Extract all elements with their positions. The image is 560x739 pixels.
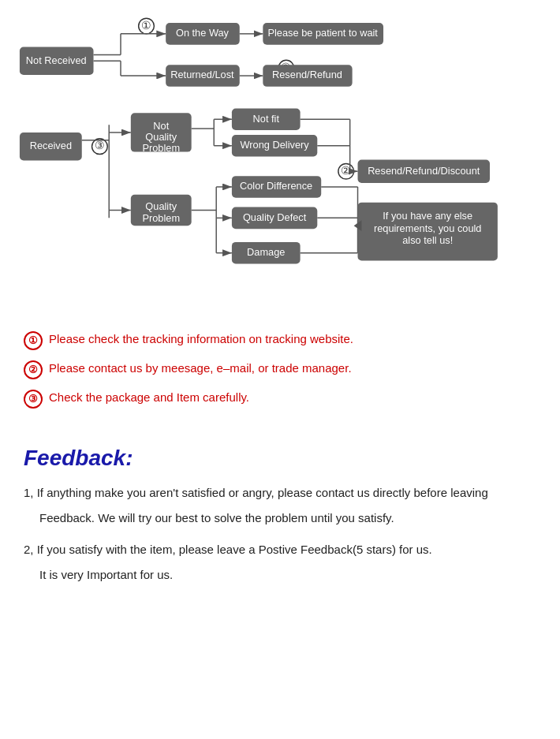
legend-section: ① Please check the tracking information … bbox=[16, 327, 544, 430]
svg-text:Problem: Problem bbox=[142, 212, 180, 224]
legend-item-2: ② Please contact us by meesage, e–mail, … bbox=[24, 360, 536, 379]
not-fit-label: Not fit bbox=[253, 113, 280, 125]
feedback-item-2-main: 2, If you satisfy with the item, please … bbox=[24, 540, 536, 559]
color-difference-label: Color Difference bbox=[240, 180, 312, 192]
received-label: Received bbox=[30, 140, 72, 151]
not-received-label: Not Received bbox=[26, 54, 87, 66]
flowchart-svg: .node-box { fill: #808080; rx: 6; ry: 6;… bbox=[16, 8, 544, 308]
legend-text-2: Please contact us by meesage, e–mail, or… bbox=[49, 360, 352, 376]
svg-text:also tell us!: also tell us! bbox=[402, 234, 453, 246]
feedback-item-1-main: 1, If anything make you aren't satisfied… bbox=[24, 483, 536, 502]
flowchart-container: .node-box { fill: #808080; rx: 6; ry: 6;… bbox=[16, 8, 544, 311]
legend-text-3: Check the package and Item carefully. bbox=[49, 389, 249, 405]
resend-refund-top-label: Resend/Refund bbox=[272, 69, 342, 80]
quality-defect-label: Quality Defect bbox=[243, 211, 307, 223]
legend-item-1: ① Please check the tracking information … bbox=[24, 330, 536, 350]
legend-circle-2: ② bbox=[24, 360, 43, 379]
svg-text:Problem: Problem bbox=[142, 142, 180, 154]
feedback-item-1-indent: Feedback. We will try our best to solve … bbox=[39, 509, 536, 528]
legend-circle-3: ③ bbox=[24, 390, 43, 409]
svg-text:Quality: Quality bbox=[145, 200, 177, 212]
legend-circle-1: ① bbox=[24, 331, 43, 350]
feedback-item-2-indent: It is very Important for us. bbox=[39, 565, 536, 584]
svg-text:requirements, you could: requirements, you could bbox=[374, 222, 482, 234]
resend-refund-discount-label: Resend/Refund/Discount bbox=[368, 165, 480, 177]
damage-label: Damage bbox=[247, 246, 285, 258]
legend-item-3: ③ Check the package and Item carefully. bbox=[24, 389, 536, 409]
svg-text:③: ③ bbox=[95, 140, 105, 151]
returned-lost-label: Returned/Lost bbox=[170, 69, 234, 80]
on-the-way-label: On the Way bbox=[176, 27, 230, 39]
feedback-section: Feedback: 1, If anything make you aren't… bbox=[16, 430, 544, 605]
wrong-delivery-label: Wrong Delivery bbox=[240, 139, 309, 151]
svg-text:Not: Not bbox=[153, 120, 169, 132]
feedback-title: Feedback: bbox=[24, 446, 536, 471]
please-patient-label: Please be patient to wait bbox=[267, 27, 378, 39]
svg-text:①: ① bbox=[141, 20, 151, 32]
svg-text:If you have any else: If you have any else bbox=[383, 210, 472, 222]
svg-text:Quality: Quality bbox=[145, 131, 177, 143]
legend-text-1: Please check the tracking information on… bbox=[49, 330, 353, 347]
